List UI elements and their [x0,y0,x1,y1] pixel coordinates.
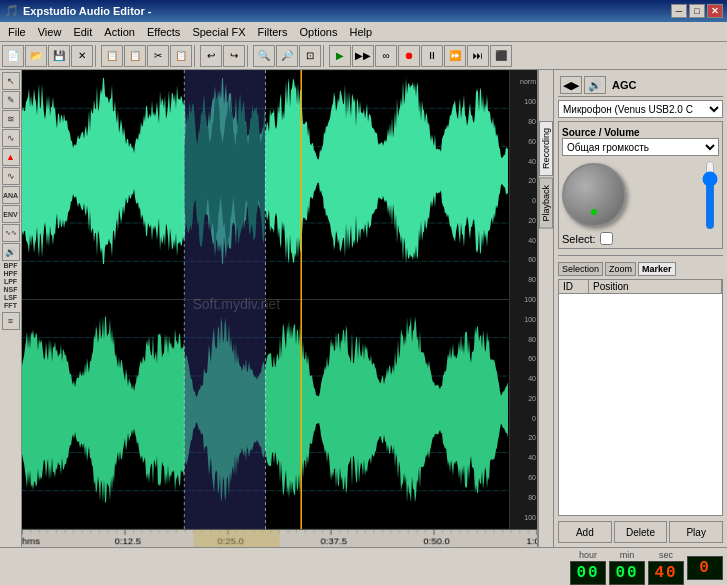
toolbar-skip-end[interactable]: ⏭ [467,45,489,67]
source-selector[interactable]: Общая громкость [562,138,719,156]
volume-icon[interactable]: 🔊 [584,76,606,94]
toolbar-zoom-in[interactable]: 🔍 [253,45,275,67]
toolbar-undo[interactable]: ↩ [200,45,222,67]
toolbar-redo[interactable]: ↪ [223,45,245,67]
tab-playback[interactable]: Playback [539,178,553,229]
clock-min-display: 00 [609,561,645,585]
toolbar-close[interactable]: ✕ [71,45,93,67]
toolbar-paste[interactable]: 📋 [170,45,192,67]
menu-action[interactable]: Action [98,23,141,41]
clock-sec-display: 40 [648,561,684,585]
tool-env[interactable]: ∿ [2,167,20,185]
amp-20a: 20 [511,177,536,184]
menu-filters[interactable]: Filters [252,23,294,41]
volume-knob[interactable] [562,163,626,227]
toolbar-open[interactable]: 📂 [25,45,47,67]
tool-ana[interactable]: ANA [2,186,20,204]
tool-wave[interactable]: ∿ [2,129,20,147]
tab-zoom[interactable]: Zoom [605,262,636,276]
toolbar-forward[interactable]: ⏩ [444,45,466,67]
amp-80d: 80 [511,494,536,501]
amp-80b: 80 [511,276,536,283]
tool-speaker[interactable]: 🔊 [2,243,20,261]
titlebar: 🎵 Expstudio Audio Editor - ─ □ ✕ [0,0,727,22]
toolbar-save[interactable]: 💾 [48,45,70,67]
clock-extra-group: 0 [687,555,723,580]
digital-clock: hour 00 min 00 sec 40 0 [0,547,727,585]
label-lpf: LPF [4,278,17,285]
toolbar-sep2 [194,45,198,67]
marker-tabs-row: Selection Zoom Marker [558,262,723,276]
clock-min-label: min [620,550,635,560]
label-bpf: BPF [4,262,18,269]
amp-60d: 60 [511,474,536,481]
menu-view[interactable]: View [32,23,68,41]
marker-buttons: Add Delete Play [558,521,723,543]
toolbar-zoom-out[interactable]: 🔎 [276,45,298,67]
amp-80a: 80 [511,118,536,125]
waveform-container[interactable]: norm 100 80 60 40 20 0 20 40 60 80 100 1… [22,70,537,529]
toolbar-pause[interactable]: ⏸ [421,45,443,67]
menu-special-fx[interactable]: Special FX [186,23,251,41]
add-marker-button[interactable]: Add [558,521,612,543]
tab-marker[interactable]: Marker [638,262,676,276]
timeline-canvas[interactable] [22,530,537,547]
prev-next-icon[interactable]: ◀▶ [560,76,582,94]
toolbar-stop[interactable]: ⬛ [490,45,512,67]
top-icons-row: ◀▶ 🔊 AGC [558,74,723,97]
amp-60b: 60 [511,256,536,263]
amp-40a: 40 [511,158,536,165]
close-button[interactable]: ✕ [707,4,723,18]
toolbar-sep4 [323,45,327,67]
col-position: Position [589,280,722,293]
toolbar-sep1 [95,45,99,67]
play-marker-button[interactable]: Play [669,521,723,543]
clock-min-group: min 00 [609,550,645,585]
tool-amp[interactable]: ▲ [2,148,20,166]
toolbar-play[interactable]: ▶ [329,45,351,67]
waveform-canvas[interactable] [22,70,509,529]
menu-help[interactable]: Help [343,23,378,41]
amp-0b: 0 [511,415,536,422]
amp-40b: 40 [511,237,536,244]
toolbar: 📄 📂 💾 ✕ 📋 📋 ✂ 📋 ↩ ↪ 🔍 🔎 ⊡ ▶ ▶▶ ∞ ⏺ ⏸ ⏩ ⏭… [0,42,727,70]
menu-options[interactable]: Options [294,23,344,41]
delete-marker-button[interactable]: Delete [614,521,668,543]
toolbar-record[interactable]: ⏺ [398,45,420,67]
app-title: Expstudio Audio Editor - [23,5,152,17]
tab-recording[interactable]: Recording [539,121,553,176]
tool-pencil[interactable]: ✎ [2,91,20,109]
menu-file[interactable]: File [2,23,32,41]
divider1 [558,255,723,256]
tool-noise[interactable]: ≋ [2,110,20,128]
toolbar-play-loop[interactable]: ▶▶ [352,45,374,67]
tool-select[interactable]: ↖ [2,72,20,90]
toolbar-copy[interactable]: 📋 [101,45,123,67]
source-volume-label: Source / Volume [562,127,719,138]
source-volume-group: Source / Volume Общая громкость Select: [558,121,723,249]
amp-100d: 100 [511,514,536,521]
tool-env2[interactable]: ENV [2,205,20,223]
tool-list[interactable]: ≡ [2,312,20,330]
toolbar-cut[interactable]: ✂ [147,45,169,67]
amplitude-scale: norm 100 80 60 40 20 0 20 40 60 80 100 1… [509,70,537,529]
select-label: Select: [562,233,596,245]
tool-wave2[interactable]: ∿∿ [2,224,20,242]
toolbar-copy2[interactable]: 📋 [124,45,146,67]
label-hpf: HPF [4,270,18,277]
menu-effects[interactable]: Effects [141,23,186,41]
toolbar-zoom-fit[interactable]: ⊡ [299,45,321,67]
amp-0a: 0 [511,197,536,204]
restore-button[interactable]: □ [689,4,705,18]
timeline[interactable] [22,529,537,547]
marker-table[interactable]: ID Position [558,279,723,516]
minimize-button[interactable]: ─ [671,4,687,18]
toolbar-loop[interactable]: ∞ [375,45,397,67]
right-content: ◀▶ 🔊 AGC Микрофон (Venus USB2.0 C Source… [554,70,727,547]
device-selector[interactable]: Микрофон (Venus USB2.0 C [558,100,723,118]
toolbar-new[interactable]: 📄 [2,45,24,67]
menu-edit[interactable]: Edit [67,23,98,41]
volume-slider[interactable] [701,160,719,230]
tab-selection[interactable]: Selection [558,262,603,276]
select-checkbox[interactable] [600,232,613,245]
